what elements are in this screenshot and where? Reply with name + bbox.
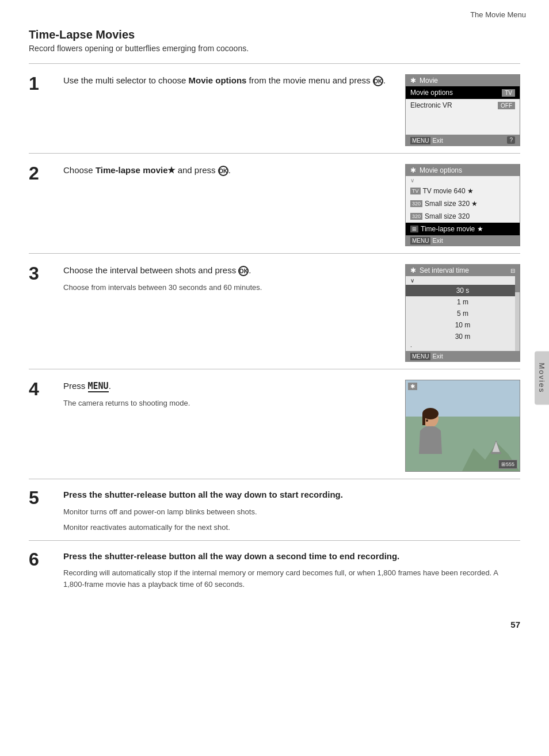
- svg-rect-4: [420, 437, 425, 448]
- step-6-row: 6 Press the shutter-release button all t…: [29, 550, 520, 590]
- menu-row-2-2-inner: 320 Small size 320 ★: [410, 200, 478, 208]
- menu-row-2-3-inner: 320 Small size 320: [410, 212, 470, 220]
- camera-badge-4: ⊞555: [498, 460, 517, 469]
- camera-view-inner-4: ✱: [406, 380, 520, 471]
- step-3-image: ✱ Set interval time ⊟ ∨ 30 s 1 m 5 m 10 …: [405, 264, 520, 362]
- step-2-bold: Time-lapse movie★: [96, 165, 176, 175]
- menu-title-1-label: Movie: [420, 77, 438, 85]
- menu-title-3-label: Set interval time: [420, 266, 469, 274]
- step-5-bold: Press the shutter-release button all the…: [63, 490, 343, 499]
- menu-footer-2: MENU Exit: [406, 235, 520, 246]
- menu-row-2-3: 320 Small size 320: [406, 210, 520, 223]
- step-5-sub2: Monitor reactivates automatically for th…: [63, 522, 520, 533]
- icon-320a: 320: [410, 200, 422, 207]
- menu-row-2-2-label: Small size 320 ★: [425, 200, 478, 208]
- interval-body: ∨ 30 s 1 m 5 m 10 m 30 m ∙: [406, 276, 520, 351]
- step-6-block: 6 Press the shutter-release button all t…: [29, 540, 520, 597]
- step-2-row: 2 Choose Time-lapse movie★ and press OK.…: [29, 153, 520, 253]
- menu-screen-1: ✱ Movie Movie options TV Electronic VR O…: [405, 74, 520, 146]
- menu-asterisk-icon-3: ✱: [410, 266, 416, 274]
- main-content: Time-Lapse Movies Record flowers opening…: [0, 22, 549, 620]
- step-1-bold: Movie options: [189, 75, 247, 85]
- camera-badge-text-4: ⊞555: [501, 461, 514, 467]
- menu-title-bar-1: ✱ Movie: [406, 75, 520, 86]
- menu-row-1-1-value: TV: [502, 89, 515, 97]
- menu-title-bar-3: ✱ Set interval time ⊟: [406, 265, 520, 276]
- menu-title-bar-2: ✱ Movie options: [406, 165, 520, 176]
- interval-check-row: ∨: [406, 276, 520, 285]
- menu-row-2-0: ∨: [406, 176, 520, 185]
- step-6-number: 6: [29, 550, 49, 568]
- step-5-text: Press the shutter-release button all the…: [63, 488, 520, 533]
- step-6-text: Press the shutter-release button all the…: [63, 550, 520, 590]
- step-4-row: 4 Press MENU. The camera returns to shoo…: [29, 369, 520, 479]
- step-3-row: 3 Choose the interval between shots and …: [29, 253, 520, 369]
- menu-title-2-label: Movie options: [420, 166, 462, 174]
- menu-footer-label-1: MENU Exit: [410, 137, 443, 144]
- menu-body-2: ∨ TV TV movie 640 ★ 320 Small size 320 ★: [406, 176, 520, 235]
- menu-title-3-icon: ⊟: [510, 268, 515, 274]
- icon-tv: TV: [410, 188, 421, 194]
- step-5-row: 5 Press the shutter-release button all t…: [29, 488, 520, 533]
- interval-row-1m: 1 m: [406, 296, 520, 308]
- step-4-bold: MENU: [88, 381, 109, 392]
- menu-row-2-1-label: TV movie 640 ★: [423, 187, 474, 195]
- menu-screen-2: ✱ Movie options ∨ TV TV movie 640 ★: [405, 164, 520, 246]
- camera-icon-bar-4: ✱: [408, 383, 417, 390]
- step-1-image: ✱ Movie Movie options TV Electronic VR O…: [405, 74, 520, 146]
- interval-row-10m: 10 m: [406, 319, 520, 331]
- step-1-text: Use the multi selector to choose Movie o…: [63, 74, 391, 87]
- interval-dot-row: ∙: [406, 342, 520, 351]
- menu-row-2-1-inner: TV TV movie 640 ★: [410, 187, 474, 195]
- step-4-image: ✱: [405, 380, 520, 472]
- menu-row-2-4-label: Time-lapse movie ★: [421, 225, 483, 233]
- camera-view-4: ✱: [405, 380, 520, 472]
- svg-point-3: [426, 419, 428, 422]
- step-2-text: Choose Time-lapse movie★ and press OK.: [63, 164, 391, 177]
- menu-row-1-1: Movie options TV: [406, 86, 520, 99]
- person-figure: [414, 408, 452, 465]
- menu-footer-label-3: MENU Exit: [410, 353, 443, 360]
- ok-button-1: OK: [373, 76, 383, 86]
- step-3-subtext: Choose from intervals between 30 seconds…: [63, 282, 391, 293]
- step-3-number: 3: [29, 264, 49, 282]
- ok-button-3: OK: [238, 266, 249, 276]
- menu-row-2-1: TV TV movie 640 ★: [406, 185, 520, 197]
- step-2-number: 2: [29, 164, 49, 182]
- sailboat-icon: [486, 438, 502, 455]
- step-4-text: Press MENU. The camera returns to shooti…: [63, 380, 391, 408]
- step-4-subtext: The camera returns to shooting mode.: [63, 398, 391, 409]
- step-1-number: 1: [29, 74, 49, 93]
- step-4-number: 4: [29, 380, 49, 398]
- step-2-image: ✱ Movie options ∨ TV TV movie 640 ★: [405, 164, 520, 246]
- menu-asterisk-icon-2: ✱: [410, 166, 416, 174]
- step-6-bold: Press the shutter-release button all the…: [63, 551, 399, 561]
- scrollbar-thumb-3: [515, 276, 520, 292]
- scrollbar-track-3: [515, 276, 520, 351]
- svg-rect-7: [491, 452, 501, 454]
- step-3-text: Choose the interval between shots and pr…: [63, 264, 391, 293]
- menu-row-2-2: 320 Small size 320 ★: [406, 197, 520, 210]
- step-5-block: 5 Press the shutter-release button all t…: [29, 479, 520, 540]
- menu-asterisk-icon-1: ✱: [410, 77, 416, 85]
- menu-row-1-2-value: OFF: [498, 102, 515, 109]
- menu-row-2-4: ⊞ Time-lapse movie ★: [406, 223, 520, 235]
- menu-body-1: Movie options TV Electronic VR OFF: [406, 86, 520, 135]
- menu-footer-badge-1: ?: [507, 136, 515, 144]
- menu-footer-1: MENU Exit ?: [406, 135, 520, 146]
- ok-button-2: OK: [218, 166, 228, 176]
- menu-footer-3: MENU Exit: [406, 351, 520, 361]
- sidebar-tab: Movies: [535, 351, 549, 404]
- step-1-row: 1 Use the multi selector to choose Movie…: [29, 63, 520, 153]
- step-5-number: 5: [29, 488, 49, 507]
- interval-row-30s: 30 s: [406, 285, 520, 296]
- menu-row-1-1-label: Movie options: [410, 89, 453, 97]
- section-title: Time-Lapse Movies: [29, 28, 520, 41]
- menu-row-2-4-inner: ⊞ Time-lapse movie ★: [410, 225, 483, 233]
- menu-screen-3: ✱ Set interval time ⊟ ∨ 30 s 1 m 5 m 10 …: [405, 264, 520, 362]
- svg-rect-2: [422, 414, 425, 425]
- menu-footer-label-2: MENU Exit: [410, 237, 443, 244]
- interval-row-30m: 30 m: [406, 331, 520, 342]
- svg-marker-6: [492, 441, 500, 452]
- menu-spacer-1: [406, 112, 520, 135]
